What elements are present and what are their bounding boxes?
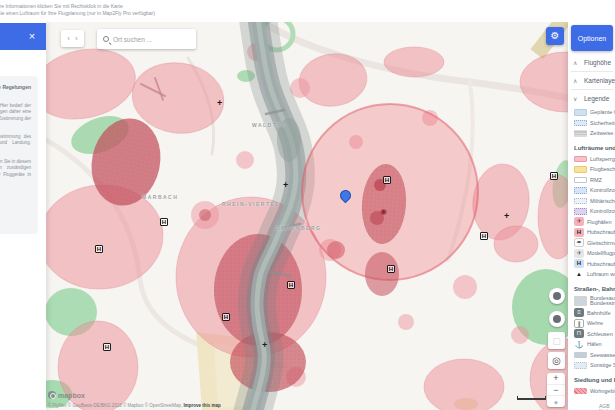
district-label: RHEIN-VIERTEL [222,201,280,207]
helipad-icon: H [160,218,168,226]
district-label: WALDTAL [252,122,287,128]
zoom-out-button[interactable]: − [547,385,565,397]
weir-icon: ∥ [574,319,584,328]
district-label: MARBACH [142,194,178,200]
legend-swatch [574,156,587,163]
paraglider-icon: ☂ [574,238,584,247]
hint-line-1: Für weitere Informationen klicken Sie mi… [0,3,615,10]
zoom-in-button[interactable]: + [547,373,565,385]
caret-up-icon: ∧ [573,77,580,84]
legend-item: Sicherheitszonen [568,118,615,129]
legend-item: RMZ [568,175,615,186]
legend-item: ✈Modellflugplätze [568,248,615,259]
back-button[interactable]: ‹ [67,35,70,43]
legend-item: Geplante Gebiete [568,107,615,118]
cross-marker-icon: + [283,181,288,190]
lock-gate-icon: ⊓ [574,329,584,338]
forward-button[interactable]: › [75,35,78,43]
info-panel: × Achtung: Für dieses Gebiet gelten beso… [0,22,46,410]
train-station-icon: ≡ [574,308,584,317]
legend-group-title: Lufträume und Flugplätze [574,145,615,151]
settings-button[interactable]: ⚙ [546,27,564,45]
legend-swatch [574,388,587,395]
map-style-button[interactable] [549,288,565,304]
zoom-control: + − ◆ [547,373,565,407]
geolocate-button[interactable]: ◎ [548,352,565,369]
info-box-title: Achtung: Für dieses Gebiet gelten besond… [0,84,31,98]
legend-item: ⊓Schleusen [568,329,615,340]
helipad-icon: H [383,176,391,184]
legend-item: BundesautobahnenBundesstraßen [568,295,615,308]
caret-up-icon: ∧ [573,59,580,66]
legend-item: ✈Flughäfen [568,217,615,228]
helicopter-icon: H [574,259,584,268]
helipad-icon: H [222,313,230,321]
scale-bar [517,396,546,400]
info-panel-text-box: Achtung: Für dieses Gebiet gelten besond… [0,76,38,234]
legend-swatch [574,166,587,173]
helipad-icon: H [95,245,103,253]
drone-icon: ▲ [574,270,584,279]
search-icon [103,36,109,42]
info-paragraph: Dies ist ein Wohngebiet im Sinne des Ges… [0,159,31,184]
helipad-icon: H [550,172,558,180]
sidebar-footer: AGB Made with [568,403,615,410]
legend-group-title: Siedlung und Freiflächen [574,377,615,383]
legend-item: Militärische Gebiete [568,196,615,207]
options-sidebar: Optionen ∧ Flughöhe 100 m ∧ Kartenlayer … [568,22,615,410]
helipad-icon: H [387,265,395,273]
legend-item: ∥Wehre [568,318,615,329]
options-button[interactable]: Optionen [571,25,613,51]
model-plane-icon: ✈ [574,249,584,258]
section-map-layers[interactable]: ∧ Kartenlayer [568,72,615,89]
legend-item: Wohngebiete [568,386,615,397]
legend-item: Luftsperrgebiete [568,154,615,165]
legend-item: Kontrollzonen (mil.) [568,206,615,217]
map-canvas[interactable]: WALDTAL MARBACH RHEIN-VIERTEL ORTENBERG … [46,22,615,410]
legend-item: HHubschraubertiefflug [568,259,615,270]
cross-marker-icon: + [217,99,222,108]
cross-marker-icon: + [262,341,267,350]
legend-swatch [574,187,587,194]
helipad-icon: H [287,281,295,289]
map2fly-app: Für weitere Informationen klicken Sie mi… [0,0,615,410]
legend-item: Zeitweise gesperrt [568,128,615,139]
compass-needle-icon[interactable]: ◆ [547,396,565,407]
hint-line-2: Wählen Sie einen Luftraum für Ihre Flugp… [0,10,615,17]
legend-item: ☂Gleitschirmgebiete [568,238,615,249]
info-panel-header: × [0,23,46,50]
dot-marker-icon: ◉ [380,208,387,216]
legend-item: ▲Luftraum wählen [568,269,615,280]
section-altitude[interactable]: ∧ Flughöhe 100 m [568,54,615,71]
legend-item: HHubschrauberlandeplätze [568,227,615,238]
legend-swatch [574,130,587,137]
section-legend[interactable]: ∨ Legende [568,90,615,107]
gear-icon: ⚙ [551,30,560,41]
legend-group-title: Straßen-, Bahn- und Wasserwege [574,286,615,292]
legend-swatch [574,352,587,359]
search-box [97,29,196,49]
legend-item: Sonstige Straßen [568,360,615,371]
anchor-icon: ⚓ [574,340,584,349]
close-icon[interactable]: × [25,29,39,43]
legend-swatch [574,198,587,205]
legend-swatch [574,177,587,184]
mapbox-logo[interactable]: mapbox [48,391,85,399]
legend-item: Seewasserstraßen [568,350,615,361]
fullscreen-button[interactable]: ▢ [548,332,565,349]
legend-item: Flugbeschränkungen [568,164,615,175]
legend-swatch [574,208,587,215]
plane-icon: ✈ [574,217,584,226]
legend-swatch [574,296,587,306]
top-hint-bar: Für weitere Informationen klicken Sie mi… [0,0,615,22]
search-input[interactable] [113,36,190,43]
district-label: ORTENBERG [276,225,321,231]
helipad-icon: H [480,232,488,240]
helipad-icon: H [103,343,111,351]
info-paragraph: Für den Aufstieg ist eine öffentliche od… [0,134,31,153]
legend-swatch [574,120,587,127]
map-render [46,22,615,410]
legend-item: Kontrollzonen [568,185,615,196]
compass-button[interactable] [549,311,565,327]
improve-map-link[interactable]: Improve this map [184,403,221,408]
